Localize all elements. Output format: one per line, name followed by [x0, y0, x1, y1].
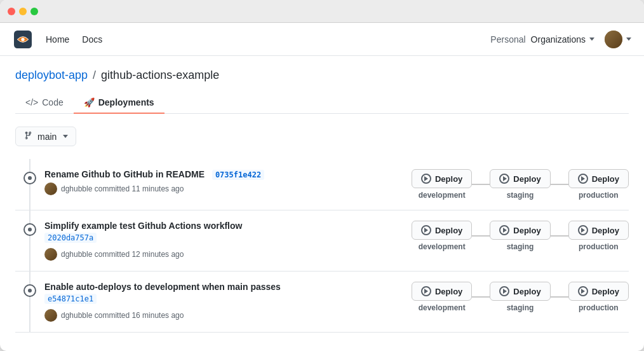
deploy-staging-button-1[interactable]: Deploy [490, 169, 550, 188]
commit-dot-2 [15, 223, 44, 236]
breadcrumb: deploybot-app / github-actions-example [15, 69, 629, 82]
deploy-staging-button-2[interactable]: Deploy [490, 221, 550, 240]
deploy-env-label-staging-1: staging [507, 191, 534, 200]
deploy-env-label-dev-2: development [419, 242, 466, 251]
table-row: Rename Github to GitHub in README 0735f1… [15, 159, 629, 210]
orgs-chevron-icon [589, 38, 594, 41]
deploy-development-button-2[interactable]: Deploy [412, 221, 472, 240]
play-icon [421, 225, 431, 235]
minimize-button[interactable] [19, 8, 27, 15]
code-icon: </> [25, 97, 38, 107]
deploy-env-label-prod-1: production [579, 191, 619, 200]
branch-chevron-icon [63, 135, 68, 138]
deploy-group-dev-1: Deploy development [412, 169, 472, 200]
navbar: Home Docs Personal Organizations [0, 23, 644, 56]
deploy-env-label-prod-3: production [579, 303, 619, 312]
branch-selector[interactable]: main [15, 127, 76, 146]
play-icon [499, 174, 509, 184]
deploy-group-prod-2: Deploy production [568, 221, 629, 251]
deploy-env-label-staging-3: staging [507, 303, 534, 312]
svg-point-1 [21, 38, 24, 41]
deploy-production-button-1[interactable]: Deploy [568, 169, 629, 188]
deploy-group-staging-3: Deploy staging [490, 282, 550, 312]
deploy-production-button-2[interactable]: Deploy [568, 221, 629, 240]
user-menu[interactable] [605, 31, 631, 48]
tab-deployments-label: Deployments [98, 97, 154, 107]
deployments-icon: 🚀 [84, 97, 95, 107]
deploy-connector [551, 296, 568, 298]
commit-avatar-3 [44, 309, 57, 322]
deploy-group-prod-3: Deploy production [568, 282, 629, 312]
maximize-button[interactable] [30, 8, 38, 15]
commit-hash-3[interactable]: e54871c1e1 [44, 294, 97, 304]
titlebar [0, 0, 644, 23]
commit-author-1: dghubble committed 11 minutes ago [61, 184, 184, 193]
navbar-links: Home Docs [46, 34, 102, 45]
commit-dot-3 [15, 284, 44, 297]
commit-hash-1[interactable]: 0735f1e422 [212, 170, 264, 180]
play-icon [421, 286, 431, 296]
home-link[interactable]: Home [46, 34, 69, 45]
user-chevron-icon [626, 38, 631, 41]
play-icon [421, 174, 431, 184]
app-window: Home Docs Personal Organizations deployb… [0, 0, 644, 351]
orgs-label: Organizations [531, 34, 586, 45]
commit-meta-2: dghubble committed 12 minutes ago [44, 248, 399, 261]
deploy-group-staging-1: Deploy staging [490, 169, 550, 200]
deploy-development-button-1[interactable]: Deploy [412, 169, 472, 188]
play-icon [578, 174, 588, 184]
commit-meta-1: dghubble committed 11 minutes ago [44, 182, 399, 195]
commit-title-2: Simplify example test Github Actions wor… [44, 221, 399, 231]
deploy-buttons-2: Deploy development Deploy staging [412, 221, 629, 251]
commit-author-3: dghubble committed 16 minutes ago [61, 311, 184, 320]
breadcrumb-current: github-actions-example [101, 69, 219, 82]
deploy-group-dev-2: Deploy development [412, 221, 472, 251]
deploy-connector [472, 184, 490, 185]
commit-avatar-1 [44, 182, 57, 195]
deploy-env-label-staging-2: staging [507, 242, 534, 251]
personal-label: Personal [490, 34, 525, 45]
logo[interactable] [13, 29, 33, 50]
deploy-env-label-dev-3: development [419, 303, 466, 312]
breadcrumb-separator: / [93, 69, 96, 82]
table-row: Simplify example test Github Actions wor… [15, 210, 629, 272]
deploy-connector [551, 235, 568, 237]
deploy-staging-button-3[interactable]: Deploy [490, 282, 550, 301]
commit-hash-2[interactable]: 2020da757a [44, 233, 97, 243]
play-icon [578, 225, 588, 235]
commit-author-2: dghubble committed 12 minutes ago [61, 250, 184, 259]
main-content: deploybot-app / github-actions-example <… [0, 56, 644, 351]
commit-info-1: Rename Github to GitHub in README 0735f1… [44, 169, 399, 195]
avatar [605, 31, 622, 48]
commit-info-2: Simplify example test Github Actions wor… [44, 221, 399, 261]
table-row: Enable auto-deploys to development when … [15, 272, 629, 333]
commit-avatar-2 [44, 248, 57, 261]
deploy-connector [472, 296, 490, 298]
organizations-dropdown[interactable]: Organizations [531, 34, 594, 45]
commit-dot-1 [15, 172, 44, 184]
deploy-connector [551, 184, 568, 185]
tabs: </> Code 🚀 Deployments [15, 92, 629, 114]
docs-link[interactable]: Docs [82, 34, 102, 45]
play-icon [499, 225, 509, 235]
traffic-lights [8, 8, 38, 15]
deploy-buttons-3: Deploy development Deploy staging [412, 282, 629, 312]
commit-title-1: Rename Github to GitHub in README 0735f1… [44, 169, 399, 180]
deploy-env-label-prod-2: production [579, 242, 619, 251]
breadcrumb-repo-link[interactable]: deploybot-app [15, 69, 88, 82]
deploy-development-button-3[interactable]: Deploy [412, 282, 472, 301]
commit-meta-3: dghubble committed 16 minutes ago [44, 309, 399, 322]
commits-list: Rename Github to GitHub in README 0735f1… [15, 159, 629, 333]
deploy-connector [472, 235, 490, 237]
deploy-buttons-1: Deploy development Deploy staging [412, 169, 629, 200]
tab-code[interactable]: </> Code [15, 92, 74, 114]
navbar-right: Personal Organizations [490, 31, 631, 48]
deploy-group-prod-1: Deploy production [568, 169, 629, 200]
tab-deployments[interactable]: 🚀 Deployments [74, 92, 164, 114]
deploy-env-label-dev-1: development [419, 191, 466, 200]
close-button[interactable] [8, 8, 15, 15]
tab-code-label: Code [42, 97, 63, 107]
branch-icon [23, 131, 32, 142]
play-icon [578, 286, 588, 296]
deploy-production-button-3[interactable]: Deploy [568, 282, 629, 301]
